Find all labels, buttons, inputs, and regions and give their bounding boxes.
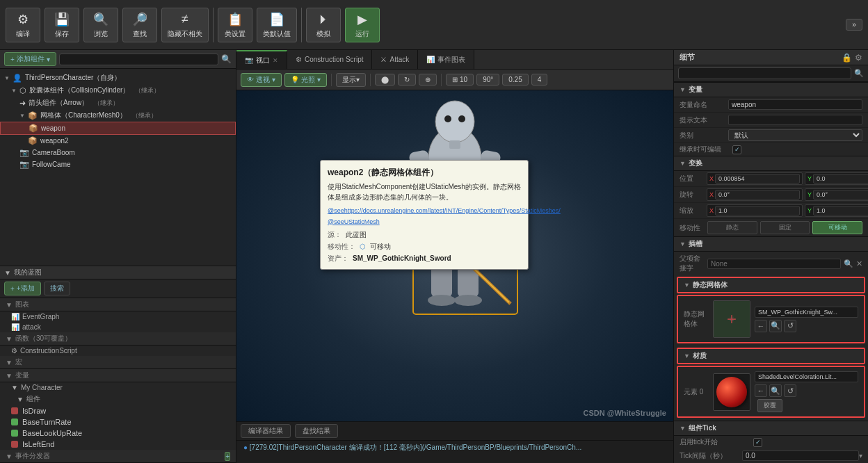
mat-search-btn[interactable]: 🔍	[769, 384, 782, 397]
tree-arrow-capsule: ▼	[11, 88, 17, 94]
lock-button[interactable]: 🔒	[842, 53, 852, 63]
save-button[interactable]: 💾 保存	[45, 8, 79, 42]
diff-button[interactable]: ≠ 隐藏不相关	[161, 8, 209, 42]
mesh-back-btn[interactable]: ←	[755, 320, 767, 332]
add-ed-button[interactable]: +	[225, 452, 230, 461]
browse-button[interactable]: 🔍 浏览	[83, 8, 118, 42]
material-section-header[interactable]: ▼ 材质	[677, 348, 865, 364]
mesh-clear-btn[interactable]: ↺	[784, 320, 796, 332]
add-bp-button[interactable]: + +添加	[4, 282, 41, 295]
tick-enable-checkbox[interactable]	[753, 438, 762, 447]
rotation-y-input[interactable]	[813, 190, 868, 200]
compiler-results-tab[interactable]: 编译器结果	[241, 424, 291, 438]
scale-x-input[interactable]	[715, 206, 800, 216]
macros-header[interactable]: ▼ 宏	[0, 356, 236, 369]
search-bp-button[interactable]: 搜索	[44, 282, 70, 295]
run-button[interactable]: ▶ 运行	[345, 8, 380, 42]
category-select[interactable]: 默认	[728, 129, 862, 141]
editable-checkbox[interactable]	[732, 145, 741, 154]
socket-section-header[interactable]: ▼ 插槽	[674, 236, 868, 252]
location-y-input[interactable]	[813, 174, 868, 184]
settings-button[interactable]: ⚙	[855, 53, 862, 63]
graph-attack[interactable]: 📊 attack	[0, 322, 236, 332]
var-arrow: ▼	[6, 372, 13, 380]
perspective-button[interactable]: 👁 透视 ▾	[241, 73, 282, 87]
angle-btn[interactable]: 90°	[476, 74, 499, 86]
search-icon-button[interactable]: 🔍	[221, 54, 232, 64]
mat-clear-btn[interactable]: ↺	[784, 384, 796, 397]
status-tabs: 编译器结果 盘找结果	[236, 422, 673, 441]
rotation-x-input[interactable]	[715, 190, 800, 200]
tab-attack[interactable]: ⚔ Attack	[372, 50, 418, 69]
find-button[interactable]: 🔎 查找	[122, 8, 157, 42]
mat-back-btn[interactable]: ←	[755, 384, 767, 397]
component-search-input[interactable]	[59, 54, 218, 65]
tab-close-viewport[interactable]: ✕	[273, 57, 278, 64]
rotation-y: Y	[805, 188, 868, 201]
transform-section-header[interactable]: ▼ 变换	[674, 156, 868, 171]
class-defaults-button[interactable]: 📄 类默认值	[257, 8, 297, 42]
var-baselookuprate[interactable]: BaseLookUpRate	[0, 428, 236, 439]
movable-btn[interactable]: 可移动	[812, 221, 862, 234]
rotate-btn[interactable]: ↻	[398, 74, 416, 86]
var-mycharacter[interactable]: ▼ My Character	[0, 382, 236, 393]
var-isdraw[interactable]: IsDraw	[0, 405, 236, 416]
tree-root[interactable]: ▼ 👤 ThirdPersonCharacter（自身）	[0, 72, 236, 84]
socket-search-btn[interactable]: 🔍	[844, 259, 853, 268]
details-search-input[interactable]	[678, 67, 851, 79]
tab-construction[interactable]: ⚙ Construction Script	[287, 50, 372, 69]
socket-clear-btn[interactable]: ✕	[856, 259, 862, 268]
location-x-input[interactable]	[715, 174, 800, 184]
variables-section-header[interactable]: ▼ 变量	[674, 82, 868, 97]
var-isleftend[interactable]: IsLeftEnd	[0, 439, 236, 450]
lighting-button[interactable]: 💡 光照 ▾	[284, 73, 327, 87]
scale-y-input[interactable]	[813, 206, 868, 216]
tab-viewport[interactable]: 📷 视口 ✕	[236, 50, 287, 69]
mesh-preview-row: 静态网格体 ⚔ + SM_WP_GothicKnight_Sw... ← 🔍 ↺	[677, 295, 865, 343]
mat-section-arrow: ▼	[684, 352, 690, 359]
socket-input[interactable]	[707, 259, 841, 269]
showtext-input[interactable]	[728, 115, 862, 125]
tree-arrow-comp[interactable]: ➜ 箭头组件（Arrow） （继承）	[0, 97, 236, 109]
cam-speed-btn[interactable]: 4	[531, 74, 548, 86]
func-construction[interactable]: ⚙ ConstructionScript	[0, 346, 236, 356]
mesh-search-btn[interactable]: 🔍	[769, 320, 782, 332]
variables-header[interactable]: ▼ 变量	[0, 369, 236, 382]
find-results-tab[interactable]: 盘找结果	[295, 424, 338, 438]
center-panel: 📷 视口 ✕ ⚙ Construction Script ⚔ Attack 📊 …	[236, 50, 673, 463]
static-mesh-section[interactable]: ▼ 静态网格体	[677, 277, 865, 293]
tick-arrow-btn[interactable]: ▾	[859, 452, 862, 460]
tree-arrow-mesh: ▼	[19, 113, 25, 119]
functions-header[interactable]: ▼ 函数（30可覆盖）	[0, 332, 236, 346]
more-button[interactable]: »	[846, 19, 862, 31]
fixed-btn[interactable]: 固定	[760, 221, 810, 234]
tooltip-source-row: 源： 此蓝图	[328, 229, 521, 240]
add-component-button[interactable]: + 添加组件 ▾	[4, 52, 56, 66]
static-btn[interactable]: 静态	[707, 221, 757, 234]
tree-followcam[interactable]: 📷 FollowCame	[0, 159, 236, 170]
mesh-actions: ← 🔍 ↺	[755, 320, 858, 332]
show-button[interactable]: 显示▾	[336, 73, 366, 87]
graph-eventgraph[interactable]: 📊 EventGraph	[0, 311, 236, 322]
scale-val-btn[interactable]: 0.25	[502, 74, 528, 86]
tree-weapon[interactable]: 📦 weapon	[0, 122, 236, 135]
simulate-button[interactable]: ⏵ 模拟	[306, 8, 341, 42]
varname-input[interactable]	[728, 99, 862, 110]
graphs-header[interactable]: ▼ 图表	[0, 298, 236, 311]
var-baseturnrate[interactable]: BaseTurnRate	[0, 416, 236, 428]
tree-mesh[interactable]: ▼ 📦 网格体（CharacterMesh0） （继承）	[0, 109, 236, 122]
tick-interval-input[interactable]	[742, 450, 859, 461]
apply-button[interactable]: 胶覆	[757, 399, 782, 412]
tree-capsule[interactable]: ▼ ⬡ 胶囊体组件（CollisionCylinder） （继承）	[0, 84, 236, 97]
tab-event-graph[interactable]: 📊 事件图表	[418, 50, 474, 69]
tick-section-header[interactable]: ▼ 组件Tick	[674, 421, 868, 436]
class-settings-button[interactable]: 📋 类设置	[218, 8, 252, 42]
tree-cameraboom[interactable]: 📷 CameraBoom	[0, 147, 236, 159]
compile-button[interactable]: ⚙ 编译	[6, 8, 40, 42]
translate-btn[interactable]: ⬤	[375, 74, 395, 86]
scale-btn[interactable]: ⊕	[419, 74, 437, 86]
tree-weapon2[interactable]: 📦 weapon2	[0, 135, 236, 147]
grid-btn[interactable]: ⊞ 10	[446, 74, 474, 86]
viewport-area[interactable]: weapon2（静态网格体组件） 使用StaticMeshComponent创建…	[236, 90, 673, 421]
event-dispatcher-header[interactable]: ▼ 事件分发器 +	[0, 450, 236, 463]
